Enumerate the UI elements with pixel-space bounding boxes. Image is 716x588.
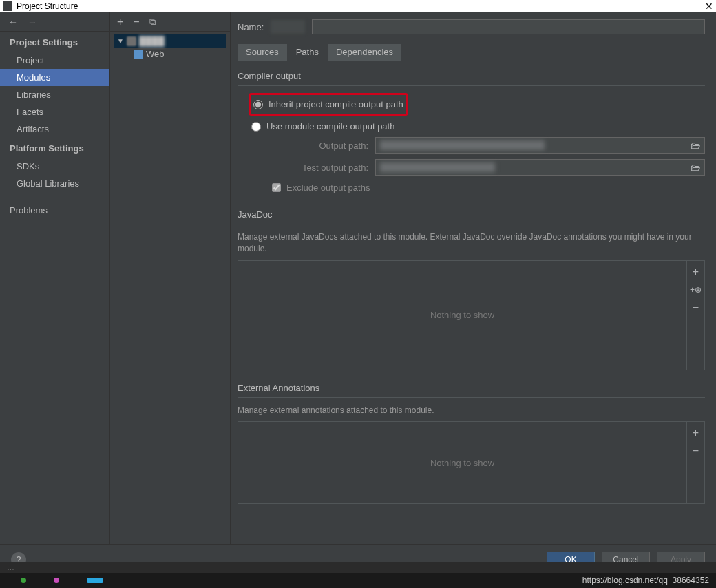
output-path-input[interactable]: 🗁 — [375, 137, 705, 154]
exclude-checkbox[interactable] — [272, 183, 281, 192]
javadoc-empty-label: Nothing to show — [238, 261, 686, 370]
inherit-radio-label: Inherit project compile output path — [268, 99, 403, 109]
app-icon — [3, 1, 12, 11]
nav-back-icon[interactable]: ← — [8, 17, 18, 28]
exclude-check-label: Exclude output paths — [286, 182, 370, 193]
highlight-annotation: Inherit project compile output path — [249, 93, 408, 116]
tab-sources[interactable]: Sources — [238, 44, 288, 61]
add-icon[interactable]: + — [689, 265, 703, 279]
project-settings-header: Project Settings — [0, 32, 109, 52]
sidebar-item-artifacts[interactable]: Artifacts — [0, 120, 109, 138]
module-path-radio-label: Use module compile output path — [266, 121, 394, 132]
module-icon — [127, 36, 136, 46]
compiler-output-title: Compiler output — [238, 71, 705, 81]
task-icon[interactable] — [87, 578, 103, 583]
add-url-icon[interactable]: +⊕ — [689, 283, 703, 297]
module-path-radio[interactable] — [251, 122, 261, 132]
close-icon[interactable]: ✕ — [705, 1, 713, 12]
tree-module-root[interactable]: ▼ ████ — [114, 34, 226, 48]
platform-settings-header: Platform Settings — [0, 138, 109, 158]
sidebar-item-project[interactable]: Project — [0, 52, 109, 69]
sidebar-item-global-libraries[interactable]: Global Libraries — [0, 175, 109, 192]
task-icon[interactable] — [54, 578, 59, 583]
ide-statusbar: … — [0, 562, 716, 573]
sidebar-item-libraries[interactable]: Libraries — [0, 86, 109, 103]
tab-dependencies[interactable]: Dependencies — [328, 44, 402, 61]
nav-forward-icon[interactable]: → — [28, 17, 37, 28]
task-icon[interactable] — [21, 578, 26, 583]
blurred-path — [380, 140, 545, 150]
sidebar-item-facets[interactable]: Facets — [0, 103, 109, 120]
module-tabs: Sources Paths Dependencies — [238, 44, 705, 61]
exclude-check-row[interactable]: Exclude output paths — [238, 178, 705, 197]
remove-icon[interactable]: − — [133, 16, 139, 28]
javadoc-description: Manage external JavaDocs attached to thi… — [238, 231, 705, 255]
divider — [238, 85, 705, 86]
chevron-down-icon[interactable]: ▼ — [117, 37, 124, 45]
inherit-radio[interactable] — [253, 100, 263, 109]
javadoc-title: JavaDoc — [238, 209, 705, 220]
blurred-path — [380, 162, 495, 172]
sidebar-item-sdks[interactable]: SDKs — [0, 158, 109, 175]
content-panel: Name: Sources Paths Dependencies Compile… — [231, 12, 716, 544]
divider — [238, 224, 705, 224]
watermark-text: https://blog.csdn.net/qq_38664352 — [582, 576, 709, 585]
name-short-value — [271, 20, 305, 34]
test-output-path-label: Test output path: — [272, 162, 368, 173]
folder-icon[interactable]: 🗁 — [688, 138, 703, 153]
ext-annotations-description: Manage external annotations attached to … — [238, 405, 705, 417]
module-name-label: ████ — [139, 36, 165, 46]
sidebar-item-problems[interactable]: Problems — [0, 202, 109, 219]
titlebar: Project Structure ✕ — [0, 0, 716, 12]
remove-icon[interactable]: − — [689, 301, 703, 315]
copy-icon[interactable]: ⧉ — [149, 17, 156, 28]
test-output-path-input[interactable]: 🗁 — [375, 159, 705, 176]
divider — [238, 397, 705, 398]
javadoc-listbox: Nothing to show + +⊕ − — [238, 260, 705, 370]
name-label: Name: — [238, 22, 264, 32]
window-title: Project Structure — [17, 1, 78, 11]
name-input[interactable] — [312, 19, 705, 34]
tab-paths[interactable]: Paths — [288, 44, 328, 61]
tree-web-label: Web — [146, 49, 165, 59]
folder-icon[interactable]: 🗁 — [688, 160, 703, 175]
module-tree: + − ⧉ ▼ ████ Web — [110, 12, 231, 544]
tree-item-web[interactable]: Web — [114, 48, 226, 61]
sidebar-item-modules[interactable]: Modules — [0, 69, 109, 86]
web-icon — [134, 50, 143, 59]
ext-annotations-listbox: Nothing to show + − — [238, 421, 705, 504]
module-path-radio-row[interactable]: Use module compile output path — [238, 118, 705, 134]
remove-icon[interactable]: − — [689, 444, 703, 458]
add-icon[interactable]: + — [689, 426, 703, 440]
output-path-label: Output path: — [272, 140, 368, 151]
settings-sidebar: ← → Project Settings Project Modules Lib… — [0, 12, 110, 544]
inherit-radio-row[interactable]: Inherit project compile output path — [253, 96, 403, 112]
ext-annotations-title: External Annotations — [238, 383, 705, 393]
add-icon[interactable]: + — [117, 16, 123, 28]
ext-annotations-empty-label: Nothing to show — [238, 422, 686, 503]
